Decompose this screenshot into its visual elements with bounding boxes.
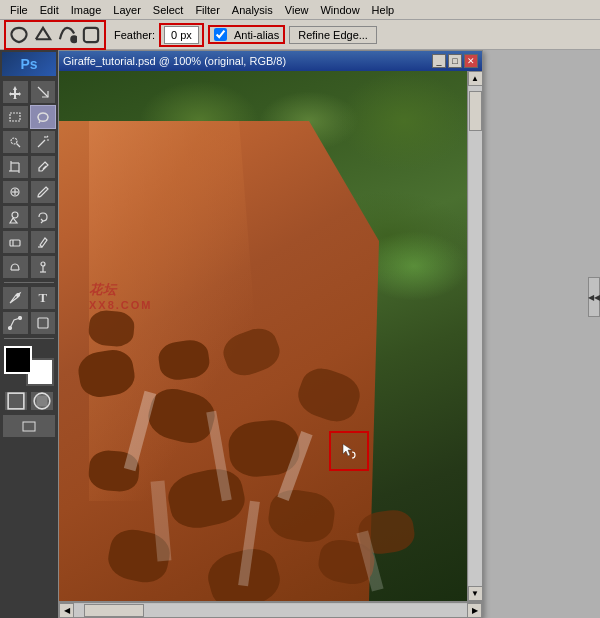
toolbar-row-7 <box>2 230 56 254</box>
scroll-left-button[interactable]: ◀ <box>59 603 74 618</box>
crop-button[interactable] <box>2 155 29 179</box>
feather-label: Feather: <box>114 29 155 41</box>
svg-point-28 <box>17 294 20 297</box>
eraser-button[interactable] <box>2 230 29 254</box>
clone-stamp-button[interactable] <box>2 205 29 229</box>
close-button[interactable]: ✕ <box>464 54 478 68</box>
menu-filter[interactable]: Filter <box>189 0 225 19</box>
lasso-extra-icon[interactable] <box>80 24 102 46</box>
feather-control <box>159 23 204 47</box>
screen-mode-row <box>2 414 56 438</box>
pen-tool-button[interactable] <box>2 286 29 310</box>
lasso-cursor-icon <box>339 440 359 462</box>
svg-rect-34 <box>37 396 46 405</box>
menu-select[interactable]: Select <box>147 0 190 19</box>
selection-cursor-box <box>329 431 369 471</box>
svg-rect-1 <box>84 27 98 41</box>
window-controls: _ □ ✕ <box>432 54 478 68</box>
magic-wand-button[interactable] <box>30 130 57 154</box>
canvas-container: 花坛 XX8.COM ▲ <box>59 71 482 601</box>
main-area: Ps <box>0 50 600 618</box>
blur-button[interactable] <box>2 255 29 279</box>
menu-file[interactable]: File <box>4 0 34 19</box>
document-window: Giraffe_tutorial.psd @ 100% (original, R… <box>58 50 483 618</box>
menu-edit[interactable]: Edit <box>34 0 65 19</box>
menu-image[interactable]: Image <box>65 0 108 19</box>
menu-bar: File Edit Image Layer Select Filter Anal… <box>0 0 600 20</box>
lasso-standard-icon[interactable] <box>8 24 30 46</box>
canvas-image[interactable]: 花坛 XX8.COM <box>59 71 467 601</box>
toolbar-row-9 <box>2 311 56 335</box>
document-titlebar[interactable]: Giraffe_tutorial.psd @ 100% (original, R… <box>59 51 482 71</box>
scroll-right-button[interactable]: ▶ <box>467 603 482 618</box>
horizontal-scrollbar: ◀ ▶ <box>59 602 482 617</box>
lasso-polygon-icon[interactable] <box>32 24 54 46</box>
watermark: 花坛 XX8.COM <box>89 281 153 311</box>
document-title: Giraffe_tutorial.psd @ 100% (original, R… <box>63 55 432 67</box>
svg-point-0 <box>71 36 77 42</box>
toolbar-row-pen: T <box>2 286 56 310</box>
foreground-color-swatch[interactable] <box>4 346 32 374</box>
svg-line-11 <box>46 136 48 138</box>
toolbar-row-2 <box>2 105 56 129</box>
path-select-button[interactable] <box>2 311 29 335</box>
feather-input[interactable] <box>164 26 199 44</box>
canvas-area: Giraffe_tutorial.psd @ 100% (original, R… <box>58 50 600 618</box>
dodge-button[interactable] <box>30 255 57 279</box>
scroll-up-button[interactable]: ▲ <box>468 71 483 86</box>
color-swatch-area <box>4 346 54 386</box>
scroll-thumb-vertical[interactable] <box>469 91 482 131</box>
vertical-scrollbar: ▲ ▼ <box>467 71 482 601</box>
toolbar-divider <box>4 282 54 283</box>
svg-rect-32 <box>8 393 24 409</box>
text-tool-button[interactable]: T <box>30 286 57 310</box>
lasso-tool-button[interactable] <box>30 105 57 129</box>
standard-mode-button[interactable] <box>4 391 28 411</box>
options-bar: Feather: Anti-alias Refine Edge... <box>0 20 600 50</box>
svg-line-5 <box>39 121 40 123</box>
svg-line-7 <box>17 144 21 148</box>
paint-bucket-button[interactable] <box>30 230 57 254</box>
scroll-track-vertical[interactable] <box>469 86 482 586</box>
menu-analysis[interactable]: Analysis <box>226 0 279 19</box>
panel-collapse-tab[interactable]: ◀◀ <box>588 277 600 317</box>
scroll-thumb-horizontal[interactable] <box>84 604 144 617</box>
svg-rect-21 <box>10 240 20 246</box>
toolbar-row-5 <box>2 180 56 204</box>
svg-rect-31 <box>38 318 48 328</box>
left-toolbar: Ps <box>0 50 58 618</box>
anti-alias-label: Anti-alias <box>234 29 279 41</box>
heal-brush-button[interactable] <box>2 180 29 204</box>
refine-edge-button[interactable]: Refine Edge... <box>289 26 377 44</box>
minimize-button[interactable]: _ <box>432 54 446 68</box>
menu-view[interactable]: View <box>279 0 315 19</box>
marquee-tool-button[interactable] <box>2 105 29 129</box>
svg-line-8 <box>38 140 45 147</box>
svg-line-3 <box>38 87 48 97</box>
toolbar-row-1 <box>2 80 56 104</box>
anti-alias-control: Anti-alias <box>208 25 285 44</box>
lasso-magnetic-icon[interactable] <box>56 24 78 46</box>
toolbar-row-6 <box>2 205 56 229</box>
maximize-button[interactable]: □ <box>448 54 462 68</box>
arrow-tool-button[interactable] <box>30 80 57 104</box>
eyedropper-button[interactable] <box>30 155 57 179</box>
svg-marker-2 <box>9 86 21 99</box>
menu-layer[interactable]: Layer <box>107 0 147 19</box>
ps-logo: Ps <box>2 52 56 76</box>
move-tool-button[interactable] <box>2 80 29 104</box>
menu-window[interactable]: Window <box>314 0 365 19</box>
menu-help[interactable]: Help <box>366 0 401 19</box>
full-screen-button[interactable] <box>2 414 56 438</box>
quick-select-button[interactable] <box>2 130 29 154</box>
svg-rect-35 <box>23 422 35 431</box>
toolbar-row-3 <box>2 130 56 154</box>
quick-mask-button[interactable] <box>30 391 54 411</box>
brush-button[interactable] <box>30 180 57 204</box>
svg-rect-4 <box>10 113 20 121</box>
scroll-track-horizontal[interactable] <box>74 604 467 617</box>
scroll-down-button[interactable]: ▼ <box>468 586 483 601</box>
anti-alias-checkbox[interactable] <box>214 28 227 41</box>
shape-tool-button[interactable] <box>30 311 57 335</box>
history-brush-button[interactable] <box>30 205 57 229</box>
